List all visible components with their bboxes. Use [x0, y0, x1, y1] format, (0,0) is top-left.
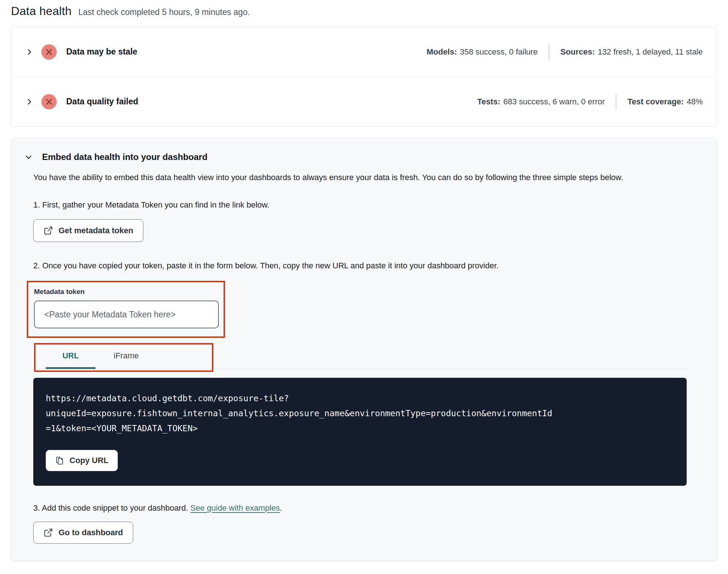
status-row-title: Data may be stale: [66, 47, 137, 57]
code-line: https://metadata.cloud.getdbt.com/exposu…: [46, 391, 674, 406]
external-link-icon: [44, 226, 53, 235]
step-3-suffix: .: [280, 503, 282, 512]
embed-url-code-block: https://metadata.cloud.getdbt.com/exposu…: [33, 378, 687, 486]
test-coverage-stat-label: Test coverage:: [627, 97, 684, 106]
metadata-token-label: Metadata token: [34, 288, 224, 296]
copy-url-button[interactable]: Copy URL: [46, 450, 118, 471]
tests-stat: Tests:683 success, 6 warn, 0 error: [477, 97, 605, 107]
step-3-text: 3. Add this code snippet to your dashboa…: [33, 503, 703, 513]
embed-section-description: You have the ability to embed this data …: [33, 170, 652, 185]
copy-icon: [55, 456, 64, 465]
error-status-icon: [41, 44, 57, 60]
chevron-right-icon[interactable]: [25, 48, 33, 56]
embed-section-title: Embed data health into your dashboard: [42, 152, 207, 162]
status-row-left: Data quality failed: [25, 94, 138, 109]
status-row-left: Data may be stale: [25, 44, 137, 60]
step-3-prefix: 3. Add this code snippet to your dashboa…: [33, 503, 190, 512]
models-stat-label: Models:: [427, 47, 457, 56]
status-row-title: Data quality failed: [66, 97, 138, 107]
go-to-dashboard-button[interactable]: Go to dashboard: [33, 522, 133, 544]
external-link-icon: [44, 528, 53, 537]
guide-link[interactable]: See guide with examples: [190, 503, 280, 512]
get-metadata-token-label: Get metadata token: [59, 226, 133, 235]
tabs-row: URL iFrame: [33, 342, 687, 369]
sources-stat-value: 132 fresh, 1 delayed, 11 stale: [598, 47, 703, 56]
data-health-page: Data health Last check completed 5 hours…: [0, 0, 728, 561]
embed-section-card: Embed data health into your dashboard Yo…: [11, 138, 717, 561]
tab-iframe[interactable]: iFrame: [95, 351, 157, 369]
error-status-icon: [41, 94, 57, 109]
test-coverage-stat-value: 48%: [687, 97, 703, 106]
tab-url[interactable]: URL: [46, 351, 95, 369]
models-stat: Models:358 success, 0 failure: [427, 47, 538, 57]
models-stat-value: 358 success, 0 failure: [460, 47, 538, 56]
test-coverage-stat: Test coverage:48%: [627, 97, 703, 107]
tests-stat-value: 683 success, 6 warn, 0 error: [503, 97, 605, 106]
metadata-token-input[interactable]: [34, 301, 219, 328]
status-row-data-stale[interactable]: Data may be stale Models:358 success, 0 …: [11, 27, 717, 77]
embed-section-header[interactable]: Embed data health into your dashboard: [25, 152, 703, 162]
stat-divider: [549, 44, 549, 60]
step-1-text: 1. First, gather your Metadata Token you…: [33, 200, 703, 210]
sources-stat: Sources:132 fresh, 1 delayed, 11 stale: [560, 47, 703, 57]
page-title: Data health: [11, 4, 72, 18]
code-line: =1&token=<YOUR_METADATA_TOKEN>: [46, 421, 674, 436]
status-row-stats: Models:358 success, 0 failure Sources:13…: [427, 44, 703, 60]
chevron-down-icon[interactable]: [25, 153, 33, 161]
get-metadata-token-button[interactable]: Get metadata token: [33, 219, 143, 242]
chevron-right-icon[interactable]: [25, 98, 33, 106]
embed-output-tabs: URL iFrame: [33, 342, 687, 369]
step-2-text: 2. Once you have copied your token, past…: [33, 261, 703, 271]
stat-divider: [616, 94, 616, 109]
last-check-status: Last check completed 5 hours, 9 minutes …: [78, 7, 250, 17]
code-line: uniqueId=exposure.fishtown_internal_anal…: [46, 406, 674, 421]
page-header: Data health Last check completed 5 hours…: [11, 4, 717, 18]
status-card: Data may be stale Models:358 success, 0 …: [11, 27, 717, 127]
sources-stat-label: Sources:: [560, 47, 595, 56]
go-to-dashboard-label: Go to dashboard: [59, 528, 123, 537]
status-row-stats: Tests:683 success, 6 warn, 0 error Test …: [477, 94, 703, 109]
metadata-token-annotation-box: Metadata token: [27, 281, 225, 338]
copy-url-label: Copy URL: [70, 456, 108, 465]
status-row-data-quality[interactable]: Data quality failed Tests:683 success, 6…: [11, 77, 717, 126]
tests-stat-label: Tests:: [477, 97, 500, 106]
